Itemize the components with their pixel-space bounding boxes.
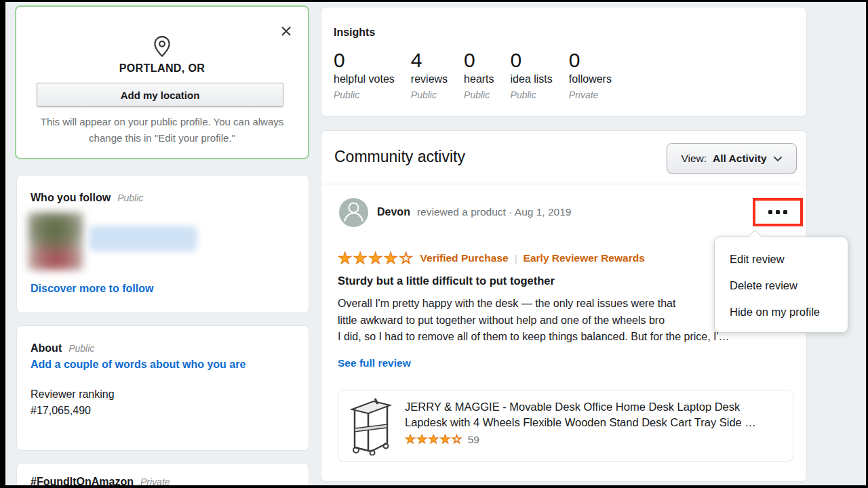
stat-privacy: Public (511, 89, 553, 100)
person-icon (339, 197, 368, 228)
review-body-line: little awkward to put together without h… (338, 312, 730, 329)
product-stars-empty: ☆ (452, 432, 463, 446)
about-privacy-badge: Public (68, 343, 94, 354)
close-icon[interactable] (279, 24, 293, 38)
review-body-line: Overall I'm pretty happy with the desk —… (338, 296, 730, 312)
insights-stats: 0 helpful votes Public 4 reviews Public … (334, 49, 612, 100)
stat-value: 0 (334, 49, 395, 71)
stat-label: reviews (411, 73, 448, 85)
verified-purchase-badge: Verified Purchase (420, 252, 509, 264)
stat-label: idea lists (511, 73, 553, 85)
menu-item-edit-review[interactable]: Edit review (730, 253, 848, 265)
stat-privacy: Public (464, 89, 494, 100)
review-author: Devon (377, 206, 410, 218)
menu-item-hide-on-profile[interactable]: Hide on my profile (730, 306, 848, 318)
stat-value: 4 (411, 49, 448, 71)
insights-title: Insights (334, 26, 375, 39)
who-you-follow-card: Who you follow Public Discover more to f… (16, 175, 309, 313)
see-full-review-link[interactable]: See full review (338, 357, 411, 369)
stat-label: followers (569, 73, 612, 85)
location-helper-text: This will appear on your public profile.… (35, 114, 289, 146)
stat-label: helpful votes (334, 73, 395, 85)
location-pin-icon (151, 35, 173, 61)
reviewer-avatar (339, 198, 368, 227)
review-header: Devon reviewed a product · Aug 1, 2019 (377, 206, 571, 218)
followed-user-avatar[interactable] (28, 212, 83, 270)
view-label: View: (681, 152, 707, 165)
stat-value: 0 (569, 49, 612, 71)
add-about-link[interactable]: Add a couple of words about who you are (31, 359, 245, 371)
more-options-button[interactable] (753, 198, 803, 226)
product-info: JERRY & MAGGIE - Movable Desk Office Hom… (405, 399, 756, 446)
product-stars-filled: ★★★★ (405, 432, 452, 446)
stat-reviews: 4 reviews Public (411, 49, 448, 100)
more-horizontal-icon (768, 210, 787, 214)
add-location-button[interactable]: Add my location (37, 83, 283, 107)
reviewer-ranking-value: #17,065,490 (31, 405, 91, 417)
product-review-count: 59 (468, 434, 479, 446)
founditonamazon-card: #FoundItOnAmazon Private (16, 463, 309, 488)
location-city: PORTLAND, OR (16, 62, 308, 75)
stat-idea-lists: 0 idea lists Public (511, 49, 553, 100)
discover-more-link[interactable]: Discover more to follow (31, 283, 153, 295)
review-title: Sturdy but a little difficult to put tog… (338, 274, 555, 287)
stat-privacy: Private (569, 89, 612, 100)
review-action-text: reviewed a product · Aug 1, 2019 (417, 206, 571, 218)
reviewed-product-card[interactable]: JERRY & MAGGIE - Movable Desk Office Hom… (338, 390, 793, 462)
amazon-profile-page: PORTLAND, OR Add my location This will a… (0, 0, 868, 488)
follow-card-title: Who you follow (31, 192, 111, 204)
screen-border (0, 485, 868, 488)
view-value: All Activity (713, 152, 767, 165)
product-rating-row: ★★★★☆ 59 (405, 433, 756, 446)
early-reviewer-badge: Early Reviewer Rewards (524, 252, 645, 264)
location-card: PORTLAND, OR Add my location This will a… (15, 5, 309, 159)
review-body: Overall I'm pretty happy with the desk —… (338, 296, 730, 346)
product-image (348, 396, 394, 458)
view-filter-dropdown[interactable]: View: All Activity (667, 143, 797, 174)
badge-separator: | (515, 253, 517, 264)
divider (321, 184, 806, 184)
stat-privacy: Public (334, 89, 395, 100)
stat-value: 0 (511, 49, 553, 71)
product-title-line1: JERRY & MAGGIE - Movable Desk Office Hom… (405, 399, 756, 415)
stat-value: 0 (464, 49, 494, 71)
stat-privacy: Public (411, 89, 448, 100)
stat-helpful-votes: 0 helpful votes Public (334, 49, 395, 100)
chevron-down-icon (773, 152, 783, 165)
review-rating-row: ★★★★☆ Verified Purchase | Early Reviewer… (338, 250, 645, 266)
followed-user-name[interactable] (89, 226, 197, 251)
about-card: About Public Add a couple of words about… (16, 325, 309, 451)
review-body-line: I did, so I had to remove all of them to… (338, 329, 730, 346)
screen-border (0, 0, 5, 488)
review-options-menu: Edit review Delete review Hide on my pro… (714, 237, 848, 333)
stat-label: hearts (464, 73, 494, 85)
stat-followers: 0 followers Private (569, 49, 612, 100)
about-card-title: About (31, 342, 62, 354)
community-activity-card: Community activity View: All Activity De… (321, 130, 807, 482)
menu-item-delete-review[interactable]: Delete review (730, 280, 848, 291)
star-rating-empty: ☆ (399, 249, 414, 267)
community-activity-title: Community activity (334, 148, 465, 166)
insights-card: Insights 0 helpful votes Public 4 review… (321, 7, 807, 117)
screen-border (0, 0, 868, 2)
star-rating-filled: ★★★★ (338, 249, 399, 267)
reviewer-ranking-label: Reviewer ranking (31, 388, 115, 401)
follow-privacy-badge: Public (117, 192, 143, 203)
stat-hearts: 0 hearts Public (464, 49, 494, 100)
product-title-line2: Lapdesk with 4 Wheels Flexible Wooden St… (405, 415, 756, 430)
